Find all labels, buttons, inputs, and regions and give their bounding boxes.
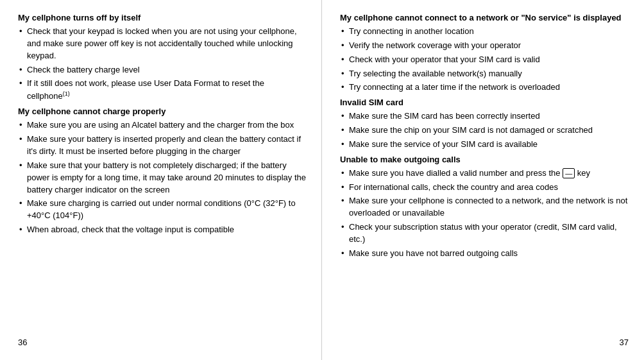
list-item: Check that your keypad is locked when yo… xyxy=(18,26,306,62)
key-icon: — xyxy=(563,168,575,178)
list-item: Check the battery charge level xyxy=(18,64,306,76)
list-item: Make sure the service of your SIM card i… xyxy=(340,139,629,151)
section-outgoing-calls-title: Unable to make outgoing calls xyxy=(340,155,629,164)
page: My cellphone turns off by itself Check t… xyxy=(0,0,644,360)
section-no-service-title: My cellphone cannot connect to a network… xyxy=(340,13,629,22)
list-item: Make sure charging is carried out under … xyxy=(18,198,306,222)
list-item: If it still does not work, please use Us… xyxy=(18,78,306,103)
list-item: Try connecting at a later time if the ne… xyxy=(340,81,629,94)
section-invalid-sim: Invalid SIM card Make sure the SIM card … xyxy=(340,98,629,155)
list-item: Make sure your cellphone is connected to… xyxy=(340,195,629,219)
section-invalid-sim-title: Invalid SIM card xyxy=(340,98,629,107)
list-item: Check your subscription status with your… xyxy=(340,221,629,246)
section-charge-list: Make sure you are using an Alcatel batte… xyxy=(18,119,306,236)
section-charge: My cellphone cannot charge properly Make… xyxy=(18,107,306,240)
list-item: When abroad, check that the voltage inpu… xyxy=(18,224,306,236)
left-column: My cellphone turns off by itself Check t… xyxy=(0,0,322,360)
section-outgoing-calls-list: Make sure you have dialled a valid numbe… xyxy=(340,167,629,260)
section-turns-off-title: My cellphone turns off by itself xyxy=(18,13,306,22)
list-item: Make sure that your battery is not compl… xyxy=(18,160,306,196)
list-item: Make sure the chip on your SIM card is n… xyxy=(340,124,629,137)
list-item: Make sure you have dialled a valid numbe… xyxy=(340,167,629,180)
list-item: For international calls, check the count… xyxy=(340,182,629,194)
list-item: Verify the network coverage with your op… xyxy=(340,40,629,52)
list-item: Make sure you are using an Alcatel batte… xyxy=(18,119,306,132)
list-item: Make sure you have not barred outgoing c… xyxy=(340,248,629,260)
page-number-left: 36 xyxy=(18,338,306,347)
section-turns-off-list: Check that your keypad is locked when yo… xyxy=(18,26,306,103)
list-item: Make sure your battery is inserted prope… xyxy=(18,133,306,158)
right-column: My cellphone cannot connect to a network… xyxy=(322,0,644,360)
section-no-service: My cellphone cannot connect to a network… xyxy=(340,13,629,98)
list-item: Check with your operator that your SIM c… xyxy=(340,54,629,66)
section-turns-off: My cellphone turns off by itself Check t… xyxy=(18,13,306,107)
section-no-service-list: Try connecting in another location Verif… xyxy=(340,26,629,94)
section-invalid-sim-list: Make sure the SIM card has been correctl… xyxy=(340,110,629,151)
list-item: Try selecting the available network(s) m… xyxy=(340,68,629,80)
page-number-right: 37 xyxy=(340,338,629,347)
list-item: Try connecting in another location xyxy=(340,26,629,38)
section-charge-title: My cellphone cannot charge properly xyxy=(18,107,306,116)
list-item: Make sure the SIM card has been correctl… xyxy=(340,110,629,123)
section-outgoing-calls: Unable to make outgoing calls Make sure … xyxy=(340,155,629,264)
